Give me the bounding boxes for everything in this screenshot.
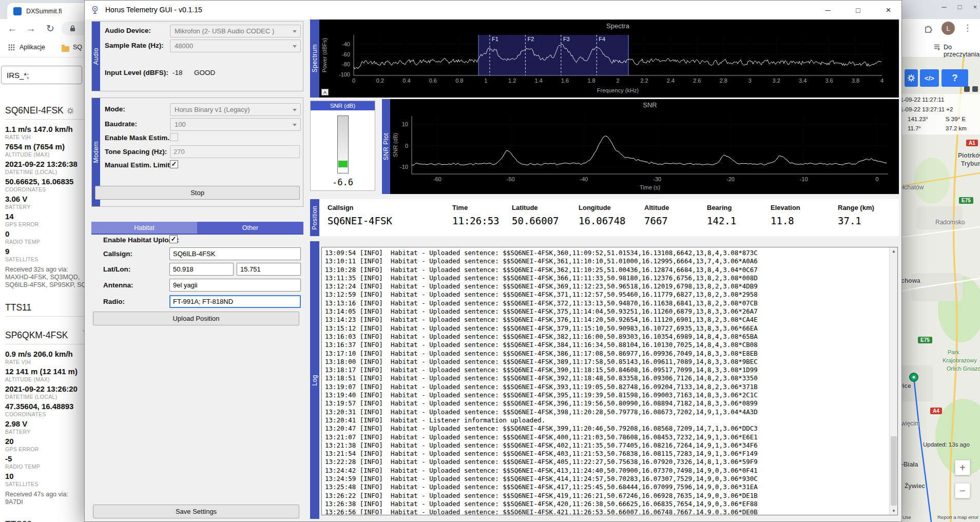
maximize-button[interactable]: □ <box>846 1 870 20</box>
position-strip[interactable]: Position <box>310 199 319 236</box>
telemetry-field: 1.1 m/s 147.0 km/h RATE V|H <box>5 125 90 141</box>
log-output[interactable]: 13:09:54 [INFO] Habitat - Uploaded sente… <box>325 249 887 514</box>
tools-button[interactable] <box>905 69 918 87</box>
svg-text:1: 1 <box>484 78 487 84</box>
back-button[interactable]: ← <box>5 22 20 36</box>
telemetry-value: -5 <box>5 454 90 463</box>
snr-gauge-value: -6.6 <box>311 177 375 187</box>
bookmark-folder-label[interactable]: SQ <box>73 44 82 51</box>
snr-plot-strip[interactable]: SNR Plot <box>382 99 390 194</box>
minimize-button[interactable]: ─ <box>816 1 840 20</box>
enable-upload-checkbox[interactable]: ✓ <box>169 235 178 243</box>
telemetry-fields: 0.9 m/s 206.0 km/h RATE V|H 12 141 m (12… <box>5 350 90 488</box>
map-attribution-report[interactable]: Report a map error <box>937 514 978 520</box>
position-column-header: Longitude <box>579 204 644 211</box>
scrollbar-thumb[interactable] <box>891 436 897 506</box>
spectra-plot[interactable]: F1F2F3F4-40-60-80-10000.20.40.60.811.21.… <box>319 20 899 98</box>
apps-grid-icon[interactable] <box>8 44 15 51</box>
callsign-filter-input[interactable] <box>1 66 82 84</box>
browser-menu-icon[interactable]: ⋮ <box>963 23 972 33</box>
telemetry-value: 20 <box>5 437 90 446</box>
bookmark-apps-label[interactable]: Aplikacje <box>20 44 45 51</box>
svg-text:-10: -10 <box>800 176 808 182</box>
telemetry-entry-header[interactable]: TTS11 <box>5 302 90 317</box>
save-settings-button[interactable]: Save Settings <box>93 505 299 518</box>
telemetry-entry-header[interactable]: SP6QKM-4FSK <box>5 330 90 344</box>
scroll-up-icon[interactable]: ▲ <box>890 247 898 255</box>
telemetry-label: BATTERY <box>5 429 90 435</box>
reading-list-label[interactable]: Do przeczytania <box>944 44 980 58</box>
browser-maximize-button[interactable]: □ <box>958 3 962 11</box>
map-label-park-3: Orlich Gniazd <box>947 365 980 372</box>
map-attribution-use: Use <box>902 514 911 520</box>
spectra-autorange-button[interactable]: A <box>321 89 329 95</box>
code-button[interactable]: </> <box>920 69 939 87</box>
compass-direction: S 39° E <box>946 116 966 122</box>
antenna-input[interactable]: 9el yagii <box>169 279 301 292</box>
tone-spacing-input[interactable]: 270 <box>170 145 300 158</box>
tab-habitat[interactable]: Habitat <box>91 222 197 234</box>
log-line: 13:12:24 [INFO] Habitat - Uploaded sente… <box>325 282 887 291</box>
snr-plot[interactable]: 100-10-60-50-40-30-20-100SNRTime (s)SNR … <box>390 99 899 194</box>
manual-estim-checkbox[interactable]: ✓ <box>170 160 178 168</box>
mask-estim-label: Enable Mask Estim.: <box>105 134 172 142</box>
map-label-radomsko: Radomsko <box>935 219 965 226</box>
folder-icon[interactable] <box>62 46 69 52</box>
map-zoom-in-button[interactable]: + <box>955 460 970 475</box>
telemetry-field: 14 GPS ERROR <box>5 212 90 228</box>
log-line: 13:12:59 [INFO] Habitat - Uploaded sente… <box>325 291 887 299</box>
sample-rate-label: Sample Rate (Hz): <box>105 42 164 49</box>
telemetry-entry-header[interactable]: SQ6NEI-4FSK <box>5 105 90 120</box>
telemetry-entry-header[interactable]: TTS29 <box>5 519 90 522</box>
svg-text:2.2: 2.2 <box>640 78 648 84</box>
svg-text:Spectra: Spectra <box>606 22 630 30</box>
log-line: 13:14:23 [INFO] Habitat - Uploaded sente… <box>325 316 887 324</box>
mask-estim-checkbox[interactable] <box>170 133 178 141</box>
map-zoom-out-button[interactable]: − <box>955 483 970 498</box>
telemetry-label: SATELLITES <box>5 256 90 263</box>
callsign-input[interactable]: SQ6ILB-4FSK <box>169 247 301 260</box>
baudrate-label: Baudrate: <box>105 120 137 128</box>
position-column-value: 37.1 <box>838 215 899 226</box>
baudrate-select[interactable]: 100 <box>170 118 301 131</box>
svg-text:-40: -40 <box>342 41 350 47</box>
browser-close-button[interactable]: × <box>973 3 977 11</box>
tab-favicon <box>13 7 22 15</box>
spectrum-strip[interactable]: Spectrum <box>310 20 319 98</box>
audio-strip: Audio <box>92 22 100 91</box>
help-button[interactable]: ? <box>941 69 968 87</box>
sample-rate-select[interactable]: 48000 <box>170 40 301 52</box>
tone-spacing-label: Tone Spacing (Hz): <box>105 148 167 156</box>
log-strip[interactable]: Log <box>310 241 319 519</box>
telemetry-list: SQ6NEI-4FSK 1.1 m/s 147.0 km/h RATE V|H … <box>5 105 90 522</box>
upload-position-button[interactable]: Upload Position <box>93 312 299 325</box>
lat-input[interactable]: 50.918 <box>169 263 234 276</box>
stop-button[interactable]: Stop <box>95 186 300 200</box>
svg-text:0.2: 0.2 <box>376 78 384 84</box>
browser-minimize-button[interactable]: ─ <box>941 3 946 11</box>
reload-button[interactable]: ↻ <box>43 22 57 36</box>
audio-device-select[interactable]: Mikrofon (2- USB Audio CODEC ) <box>170 25 301 37</box>
mode-select[interactable]: Horus Binary v1 (Legacy) <box>170 103 301 116</box>
forward-button[interactable]: → <box>24 22 38 36</box>
close-button[interactable]: × <box>876 1 900 20</box>
log-line: 13:20:31 [INFO] Habitat - Uploaded sente… <box>325 408 887 416</box>
telemetry-label: RATE V|H <box>5 134 90 141</box>
log-line: 13:25:48 [INFO] Habitat - Uploaded sente… <box>325 483 887 491</box>
scroll-down-icon[interactable]: ▼ <box>890 507 898 515</box>
position-column-value: 16.06748 <box>579 215 644 226</box>
lon-input[interactable]: 15.751 <box>237 263 301 276</box>
profile-avatar[interactable]: L <box>941 22 955 35</box>
map-overlay-icon-1[interactable] <box>964 86 970 92</box>
svg-text:3.6: 3.6 <box>825 78 833 84</box>
gear-icon[interactable] <box>67 107 74 114</box>
position-column: Callsign SQ6NEI-4FSK <box>328 204 452 236</box>
extensions-icon[interactable] <box>924 24 933 33</box>
map-overlay-icon-2[interactable] <box>972 86 978 92</box>
log-line: 13:17:10 [INFO] Habitat - Uploaded sente… <box>325 350 887 358</box>
log-scrollbar[interactable]: ▲ ▼ <box>889 247 897 515</box>
lock-icon <box>70 25 75 32</box>
tab-other[interactable]: Other <box>197 222 303 234</box>
titlebar[interactable]: Horus Telemetry GUI - v0.1.15 ─ □ × <box>85 1 901 20</box>
radio-input[interactable]: FT-991A; FT-818ND <box>169 295 301 308</box>
